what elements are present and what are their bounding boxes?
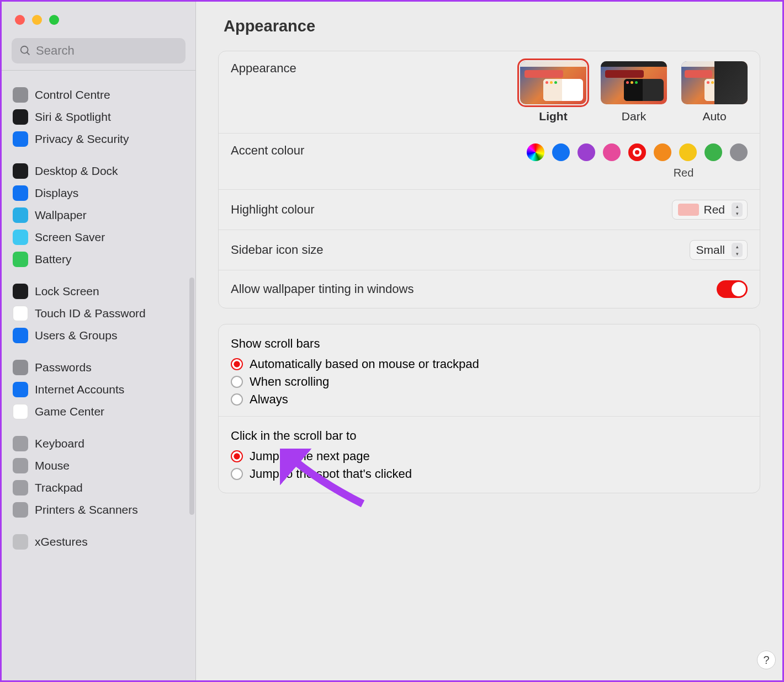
sidebar-item-label: Passwords [35,361,92,374]
stepper-icon: ▴▾ [732,243,743,257]
sidebar-item-siri-spotlight[interactable]: Siri & Spotlight [6,106,191,128]
sidebar-item-privacy-security[interactable]: Privacy & Security [6,128,191,150]
radio-label: Always [250,392,288,407]
appearance-theme-light[interactable]: Light [520,61,586,123]
accent-swatch-1[interactable] [552,143,570,161]
sidebar-item-icon [13,382,28,397]
search-input[interactable]: Search [12,38,186,63]
sidebar-divider [2,70,195,71]
accent-colour-swatches [527,143,748,161]
theme-thumbnail [520,61,586,104]
sidebar-scrollbar[interactable] [189,278,194,515]
sidebar-item-icon [13,185,28,201]
sidebar-item-game-center[interactable]: Game Center [6,401,191,423]
show-scroll-bars-title: Show scroll bars [219,327,760,355]
click-scroll-bar-option-0[interactable]: Jump to the next page [219,447,760,465]
theme-thumbnail [601,61,667,104]
sidebar-item-icon [13,328,28,343]
radio-label: When scrolling [250,375,329,389]
sidebar-item-keyboard[interactable]: Keyboard [6,433,191,455]
accent-swatch-7[interactable] [704,143,722,161]
appearance-label: Appearance [231,61,296,76]
accent-swatch-0[interactable] [527,143,544,161]
highlight-colour-value: Red [703,203,725,216]
sidebar-item-icon [13,502,28,518]
radio-label: Jump to the next page [250,449,370,463]
accent-swatch-3[interactable] [603,143,621,161]
show-scroll-bars-option-1[interactable]: When scrolling [219,373,760,391]
show-scroll-bars-option-2[interactable]: Always [219,391,760,408]
accent-colour-selected-name: Red [674,167,694,179]
wallpaper-tinting-label: Allow wallpaper tinting in windows [231,282,414,296]
sidebar-item-icon [13,207,28,223]
show-scroll-bars-option-0[interactable]: Automatically based on mouse or trackpad [219,355,760,373]
radio-label: Automatically based on mouse or trackpad [250,357,479,371]
sidebar-item-touch-id-password[interactable]: Touch ID & Password [6,302,191,324]
sidebar-item-lock-screen[interactable]: Lock Screen [6,280,191,302]
svg-point-0 [21,46,28,54]
sidebar-item-displays[interactable]: Displays [6,182,191,204]
radio-icon [231,450,243,462]
svg-line-1 [27,52,30,55]
appearance-theme-dark[interactable]: Dark [601,61,667,123]
sidebar-item-control-centre[interactable]: Control Centre [6,84,191,106]
radio-icon [231,358,243,370]
wallpaper-tinting-toggle[interactable] [717,280,748,298]
close-window-button[interactable] [15,15,25,25]
sidebar-item-icon [13,360,28,375]
sidebar-item-trackpad[interactable]: Trackpad [6,477,191,499]
click-scroll-bar-option-1[interactable]: Jump to the spot that's clicked [219,465,760,483]
sidebar-item-label: Desktop & Dock [35,164,118,178]
highlight-colour-label: Highlight colour [231,203,315,217]
sidebar-item-label: Siri & Spotlight [35,110,111,124]
radio-label: Jump to the spot that's clicked [250,467,412,481]
minimize-window-button[interactable] [32,15,42,25]
accent-swatch-5[interactable] [654,143,671,161]
accent-colour-label: Accent colour [231,143,304,158]
sidebar-item-label: Privacy & Security [35,132,129,146]
sidebar-item-printers-scanners[interactable]: Printers & Scanners [6,499,191,521]
sidebar-item-icon [13,436,28,451]
sidebar-item-mouse[interactable]: Mouse [6,455,191,477]
accent-swatch-2[interactable] [578,143,595,161]
sidebar-item-label: Game Center [35,405,104,418]
highlight-colour-select[interactable]: Red ▴▾ [672,200,748,220]
sidebar-item-icon [13,131,28,147]
sidebar-item-battery[interactable]: Battery [6,248,191,270]
sidebar-item-label: xGestures [35,535,88,548]
window-controls [2,2,195,25]
sidebar-item-icon [13,306,28,321]
search-icon [19,45,31,57]
sidebar-item-label: Mouse [35,459,70,472]
sidebar-item-icon [13,163,28,179]
sidebar-item-label: Wallpaper [35,209,87,222]
sidebar-item-wallpaper[interactable]: Wallpaper [6,204,191,226]
search-placeholder: Search [36,44,75,58]
theme-caption: Auto [702,110,726,123]
appearance-theme-auto[interactable]: Auto [681,61,748,123]
sidebar-item-desktop-dock[interactable]: Desktop & Dock [6,160,191,182]
sidebar-nav: Control CentreSiri & SpotlightPrivacy & … [2,74,195,680]
sidebar-item-internet-accounts[interactable]: Internet Accounts [6,379,191,401]
accent-swatch-6[interactable] [679,143,697,161]
sidebar-icon-size-select[interactable]: Small ▴▾ [690,240,748,260]
accent-swatch-8[interactable] [730,143,748,161]
sidebar-item-xgestures[interactable]: xGestures [6,531,191,553]
sidebar-item-screen-saver[interactable]: Screen Saver [6,226,191,248]
theme-caption: Light [539,110,567,123]
sidebar-item-icon [13,109,28,125]
sidebar-item-label: Internet Accounts [35,383,124,396]
sidebar-item-passwords[interactable]: Passwords [6,356,191,379]
sidebar: Search Control CentreSiri & SpotlightPri… [2,2,196,680]
sidebar-item-icon [13,87,28,103]
help-button[interactable]: ? [757,651,776,669]
theme-caption: Dark [622,110,646,123]
sidebar-item-label: Users & Groups [35,329,117,342]
sidebar-icon-size-value: Small [696,243,725,257]
sidebar-item-label: Control Centre [35,88,110,102]
accent-swatch-4[interactable] [628,143,646,161]
sidebar-item-users-groups[interactable]: Users & Groups [6,324,191,347]
fullscreen-window-button[interactable] [49,15,59,25]
click-scroll-bar-title: Click in the scroll bar to [219,419,760,447]
sidebar-item-label: Trackpad [35,481,83,494]
